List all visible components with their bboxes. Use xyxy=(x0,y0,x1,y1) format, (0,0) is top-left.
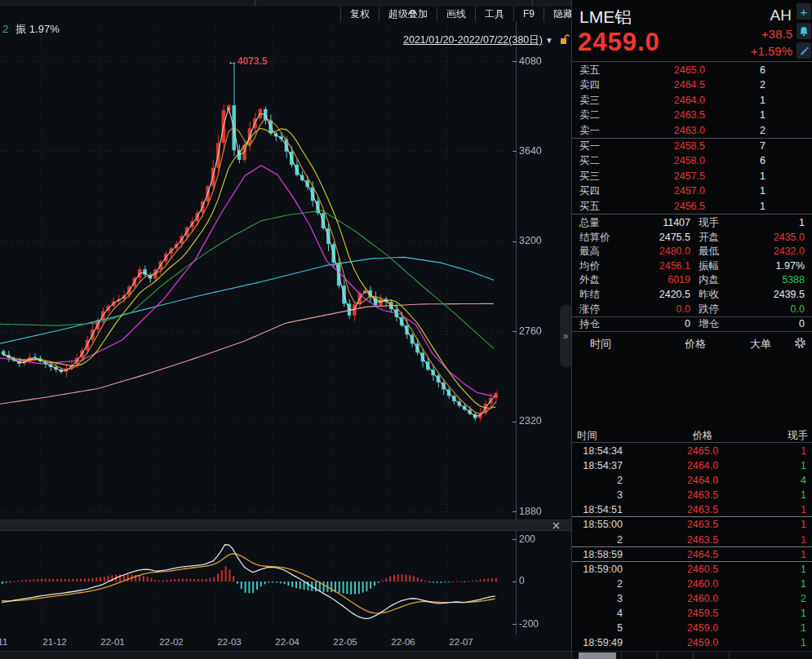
bid-price: 2458.5 xyxy=(648,139,705,153)
trade-row[interactable]: 42459.51 xyxy=(572,606,812,621)
trade-time: 18:59:49 xyxy=(575,635,623,650)
trade-price: 2460.0 xyxy=(668,591,737,606)
bid-row[interactable]: 买四2457.01 xyxy=(572,184,812,198)
bid-row[interactable]: 买五2456.51 xyxy=(572,199,812,214)
trade-time: 18:54:37 xyxy=(575,458,623,473)
stat-row: 结算价2475.5开盘2435.0 xyxy=(572,231,812,245)
trade-row[interactable]: 18:58:592464.51 xyxy=(572,547,812,562)
last-price: 2459.0 xyxy=(578,28,660,57)
ask-row[interactable]: 卖五2465.06 xyxy=(572,63,812,77)
trade-row[interactable]: 22464.04 xyxy=(572,473,812,488)
edit-pencil-icon[interactable] xyxy=(796,42,811,59)
toolbar-button-f9[interactable]: F9 xyxy=(514,7,544,21)
ask-row[interactable]: 卖一2463.02 xyxy=(572,123,812,138)
price-change-percent: +1.59% xyxy=(751,44,792,58)
ask-row[interactable]: 卖二2463.51 xyxy=(572,108,812,122)
close-icon[interactable] xyxy=(549,521,563,530)
bid-level-label: 买四 xyxy=(579,184,600,198)
unlock-icon[interactable] xyxy=(559,33,570,47)
bid-price: 2457.0 xyxy=(648,184,705,198)
trade-qty: 2 xyxy=(774,591,806,606)
stat-value: 0.0 xyxy=(739,303,805,317)
gear-icon[interactable] xyxy=(794,337,806,352)
stat-value: 2475.5 xyxy=(617,231,690,245)
bid-row[interactable]: 买二2458.06 xyxy=(572,153,812,168)
bid-row[interactable]: 买一2458.57 xyxy=(572,139,812,153)
stat-row: 最高2480.0最低2432.0 xyxy=(572,245,812,259)
macd-chart-canvas[interactable] xyxy=(0,531,571,635)
chart-bottom-strip xyxy=(0,651,571,659)
trade-row[interactable]: 22463.51 xyxy=(572,533,812,547)
trade-price: 2464.0 xyxy=(668,458,737,473)
stat-label: 最低 xyxy=(699,245,719,259)
trade-header-price: 价格 xyxy=(668,429,737,443)
add-icon[interactable]: + xyxy=(796,3,811,20)
trade-price: 2459.0 xyxy=(668,635,737,650)
toolbar-button-overlay[interactable]: 超级叠加 xyxy=(379,7,437,21)
stat-value: 0 xyxy=(617,317,690,332)
bid-qty: 1 xyxy=(725,184,765,198)
ask-row[interactable]: 卖四2464.52 xyxy=(572,77,812,92)
ask-level-label: 卖三 xyxy=(579,93,600,108)
trade-time: 3 xyxy=(575,591,623,606)
toolbar-button-hide[interactable]: 隐藏▶ xyxy=(544,7,571,21)
stat-row: 均价2456.1振幅1.97% xyxy=(572,259,812,274)
ask-row[interactable]: 卖三2464.01 xyxy=(572,93,812,108)
trade-row[interactable]: 22460.01 xyxy=(572,577,812,591)
tab-big-order[interactable]: 大单 xyxy=(750,337,771,352)
stat-label: 外盘 xyxy=(579,273,600,288)
trade-qty: 1 xyxy=(774,444,806,458)
trade-price: 2459.0 xyxy=(668,621,737,635)
trade-time: 4 xyxy=(575,606,623,621)
price-axis-label: 3200 xyxy=(519,235,542,246)
stat-label: 开盘 xyxy=(699,231,719,245)
stat-label: 昨收 xyxy=(699,288,719,303)
trade-row[interactable]: 18:59:002460.51 xyxy=(572,562,812,577)
toolbar-button-tools[interactable]: 工具 xyxy=(476,7,514,21)
stat-value: 1.97% xyxy=(739,259,805,274)
peak-annotation: ←4073.5 xyxy=(228,55,268,67)
ask-book: 卖五2465.06 卖四2464.52 卖三2464.01 卖二2463.51 … xyxy=(572,63,812,139)
trade-price: 2460.0 xyxy=(668,577,737,591)
trade-qty: 1 xyxy=(774,502,806,517)
bid-level-label: 买二 xyxy=(579,153,600,168)
stat-label: 内盘 xyxy=(699,273,719,288)
trade-row[interactable]: 18:54:372464.01 xyxy=(572,458,812,473)
trade-row[interactable]: 18:59:492459.01 xyxy=(572,635,812,650)
bid-level-label: 买三 xyxy=(579,169,600,184)
panel-collapse-handle[interactable]: » xyxy=(560,305,571,367)
instrument-title: LME铝 xyxy=(579,6,632,29)
quote-header: LME铝 AH 2459.0 +38.5 +1.59% + xyxy=(572,0,812,62)
alert-bell-icon[interactable] xyxy=(796,23,811,39)
main-chart-canvas[interactable] xyxy=(0,0,571,520)
trade-row[interactable]: 18:54:342465.01 xyxy=(572,444,812,458)
panel-scrollbar[interactable] xyxy=(572,651,812,659)
toolbar-button-drawline[interactable]: 画线 xyxy=(437,7,476,21)
amplitude-readout: 2振 1.97% xyxy=(2,22,60,37)
trade-row[interactable]: 18:55:002463.51 xyxy=(572,517,812,532)
double-chevron-right-icon: » xyxy=(563,330,569,342)
date-range-text[interactable]: 2021/01/20-2022/07/22(380日) xyxy=(403,33,543,47)
bid-qty: 1 xyxy=(725,199,765,214)
stats-grid: 总量11407现手1 结算价2475.5开盘2435.0 最高2480.0最低2… xyxy=(572,216,812,332)
chevron-down-icon[interactable]: ▼ xyxy=(545,36,553,45)
tab-price[interactable]: 价格 xyxy=(685,337,706,352)
trade-list-header: 时间 价格 现手 xyxy=(572,427,812,443)
trade-row[interactable]: 52459.01 xyxy=(572,621,812,635)
trade-time: 3 xyxy=(575,488,623,502)
toolbar-button-fuquan[interactable]: 复权 xyxy=(341,7,379,21)
scrollbar-thumb[interactable] xyxy=(579,652,616,659)
bid-price: 2457.5 xyxy=(648,169,705,184)
tab-time[interactable]: 时间 xyxy=(590,337,611,352)
chart-splitter-bar[interactable] xyxy=(0,520,571,531)
stat-label: 涨停 xyxy=(579,303,600,317)
trade-row[interactable]: 32460.02 xyxy=(572,591,812,606)
bid-level-label: 买五 xyxy=(579,199,600,214)
date-range-selector[interactable]: 2021/01/20-2022/07/22(380日) ▼ xyxy=(403,33,570,47)
stat-value: 2439.5 xyxy=(739,288,805,303)
stat-value: 2420.5 xyxy=(617,288,690,303)
trade-row[interactable]: 32463.51 xyxy=(572,488,812,502)
trade-row[interactable]: 18:54:512463.51 xyxy=(572,502,812,517)
stat-value: 2456.1 xyxy=(617,259,690,274)
bid-row[interactable]: 买三2457.51 xyxy=(572,169,812,184)
